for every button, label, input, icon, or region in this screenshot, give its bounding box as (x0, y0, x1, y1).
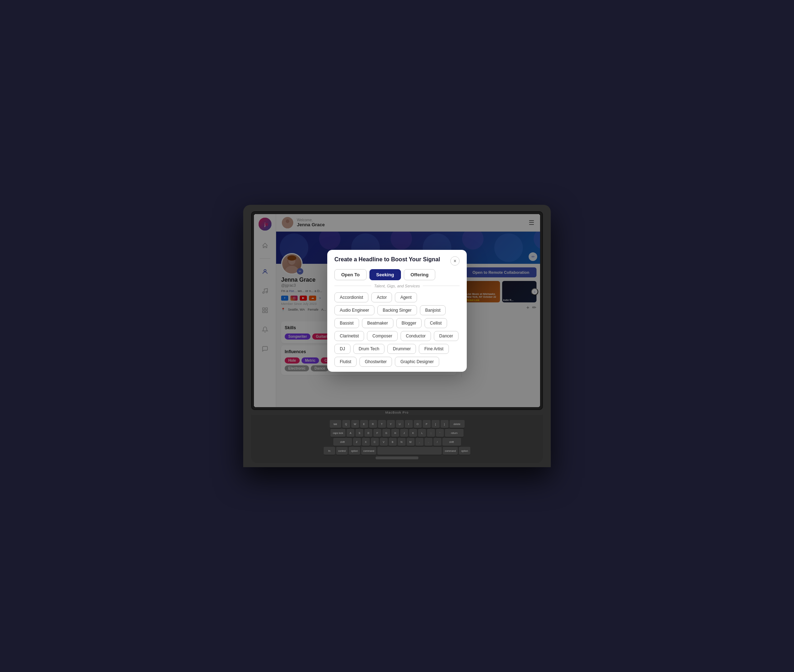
key-o: O (414, 420, 422, 428)
key-bracket-l: [ (432, 420, 440, 428)
key-z: Z (353, 438, 361, 446)
key-option-l: option (349, 447, 360, 455)
keyboard-area: tab Q W E R T Y U I O P [ ] delete caps … (251, 415, 543, 463)
key-i: I (405, 420, 413, 428)
tag-pill-dj[interactable]: DJ (334, 344, 351, 354)
tag-pill-clarinetist[interactable]: Clarinetist (334, 331, 364, 341)
key-option-r: option (459, 447, 470, 455)
tag-pill-ghostwriter[interactable]: Ghostwriter (359, 357, 392, 367)
key-r: R (369, 420, 377, 428)
key-space (377, 447, 442, 455)
key-cmd-r: command (443, 447, 458, 455)
key-comma: , (415, 438, 423, 446)
tag-pill-agent[interactable]: Agent (395, 293, 417, 302)
key-x: X (362, 438, 370, 446)
tag-pill-bassist[interactable]: Bassist (334, 318, 359, 328)
tag-pill-drummer[interactable]: Drummer (387, 344, 416, 354)
laptop-model-label: MacBook Pro (385, 411, 409, 414)
key-tab: tab (330, 420, 341, 428)
tag-pill-conductor[interactable]: Conductor (401, 331, 431, 341)
modal-tabs: Open To Seeking Offering (327, 269, 467, 284)
key-s: S (356, 429, 363, 437)
key-period: . (425, 438, 432, 446)
tab-open-to[interactable]: Open To (334, 269, 367, 280)
tag-pill-flutist[interactable]: Flutist (334, 357, 356, 367)
tag-grid: AccordionistActorAgentAudio EngineerBack… (334, 293, 460, 367)
modal-divider-text: Talent, Gigs, and Services (374, 284, 420, 288)
tag-pill-beatmaker[interactable]: Beatmaker (362, 318, 393, 328)
modal-title: Create a Headline to Boost Your Signal (334, 256, 450, 263)
key-m: M (407, 438, 414, 446)
key-e: E (360, 420, 368, 428)
key-d: D (364, 429, 372, 437)
tab-seeking[interactable]: Seeking (369, 269, 401, 280)
key-y: Y (387, 420, 395, 428)
key-quote: ' (436, 429, 444, 437)
modal-overlay[interactable]: Create a Headline to Boost Your Signal ×… (254, 214, 540, 407)
key-cmd-l: command (361, 447, 376, 455)
modal-divider-row: Talent, Gigs, and Services (327, 284, 467, 291)
tag-pill-blogger[interactable]: Blogger (396, 318, 422, 328)
key-slash: / (433, 438, 441, 446)
modal-body: AccordionistActorAgentAudio EngineerBack… (327, 291, 467, 372)
key-b: B (389, 438, 397, 446)
key-semi: ; (427, 429, 435, 437)
key-n: N (398, 438, 406, 446)
modal-dialog: Create a Headline to Boost Your Signal ×… (327, 250, 467, 372)
tag-pill-composer[interactable]: Composer (367, 331, 397, 341)
tag-pill-cellist[interactable]: Cellist (425, 318, 447, 328)
tag-pill-banjoist[interactable]: Banjoist (420, 305, 446, 315)
key-q: Q (342, 420, 350, 428)
tag-pill-accordionist[interactable]: Accordionist (334, 293, 368, 302)
tag-pill-fine-artist[interactable]: Fine Artist (419, 344, 449, 354)
key-f: F (374, 429, 381, 437)
key-shift-l: shift (333, 438, 352, 446)
tag-pill-drum-tech[interactable]: Drum Tech (353, 344, 385, 354)
key-l: L (418, 429, 426, 437)
tag-pill-backing-singer[interactable]: Backing Singer (377, 305, 417, 315)
key-h: H (391, 429, 399, 437)
tag-pill-actor[interactable]: Actor (371, 293, 392, 302)
key-k: K (409, 429, 417, 437)
key-delete: delete (449, 420, 465, 428)
key-j: J (400, 429, 408, 437)
key-g: G (382, 429, 390, 437)
key-a: A (346, 429, 354, 437)
tab-offering[interactable]: Offering (404, 269, 436, 280)
key-caps: caps lock (330, 429, 345, 437)
laptop-bottom-bar: MacBook Pro (251, 410, 543, 415)
key-p: P (423, 420, 431, 428)
trackpad (375, 456, 419, 459)
key-shift-r: shift (443, 438, 461, 446)
key-fn: fn (324, 447, 335, 455)
key-u: U (396, 420, 404, 428)
tag-pill-audio-engineer[interactable]: Audio Engineer (334, 305, 374, 315)
modal-header: Create a Headline to Boost Your Signal × (327, 250, 467, 269)
key-t: T (378, 420, 386, 428)
tag-pill-graphic-designer[interactable]: Graphic Designer (395, 357, 439, 367)
key-return: return (445, 429, 464, 437)
tag-pill-dancer[interactable]: Dancer (434, 331, 459, 341)
key-v: V (380, 438, 388, 446)
modal-close-button[interactable]: × (450, 256, 460, 266)
key-bracket-r: ] (441, 420, 449, 428)
key-w: W (351, 420, 359, 428)
key-ctrl: control (336, 447, 348, 455)
key-c: C (371, 438, 379, 446)
